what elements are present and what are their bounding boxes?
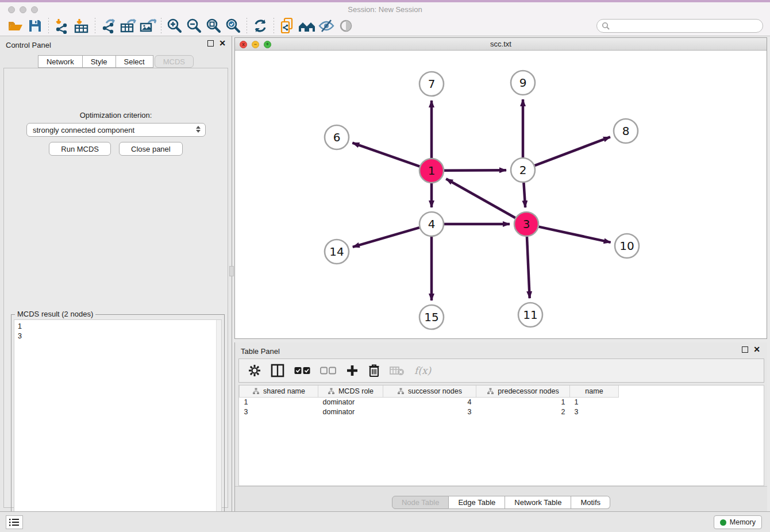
save-session-icon[interactable] xyxy=(25,17,45,34)
control-tab-style[interactable]: Style xyxy=(83,55,116,68)
cell-successor-nodes[interactable]: 4 xyxy=(383,397,476,407)
column-header-successor-nodes[interactable]: successor nodes xyxy=(383,385,476,397)
apply-layout-icon[interactable] xyxy=(251,17,270,34)
table-settings-gear-icon[interactable] xyxy=(248,364,261,377)
edge-3-11[interactable] xyxy=(527,237,530,298)
table-tabs: Node TableEdge TableNetwork TableMotifs xyxy=(235,496,767,509)
node-label-6: 6 xyxy=(333,130,341,144)
zoom-fit-icon[interactable] xyxy=(204,17,224,34)
node-label-7: 7 xyxy=(428,77,436,91)
app-title: Session: New Session xyxy=(0,5,770,14)
function-builder-icon[interactable]: f(x) xyxy=(414,365,431,376)
control-panel-header: Control Panel ✕ xyxy=(0,36,232,51)
cell-shared-name[interactable]: 3 xyxy=(240,407,318,417)
delete-table-icon[interactable] xyxy=(390,365,405,376)
zoom-out-icon[interactable] xyxy=(184,17,204,34)
network-file-icon[interactable] xyxy=(278,17,297,34)
network-canvas[interactable]: 7968124314101511 xyxy=(235,51,767,338)
search-box[interactable] xyxy=(596,19,763,33)
create-column-icon[interactable] xyxy=(346,364,359,377)
table-panel-header: Table Panel ✕ xyxy=(235,342,767,357)
attribute-type-icon xyxy=(328,388,335,395)
show-column-panel-icon[interactable] xyxy=(271,364,284,377)
cell-MCDS-role[interactable]: dominator xyxy=(318,407,383,417)
toolbar-separator xyxy=(161,18,161,34)
zoom-selected-icon[interactable] xyxy=(224,17,243,34)
cell-successor-nodes[interactable]: 3 xyxy=(383,407,476,417)
zoom-in-icon[interactable] xyxy=(165,17,184,34)
column-header-predecessor-nodes[interactable]: predecessor nodes xyxy=(476,385,570,397)
cell-name[interactable]: 3 xyxy=(570,407,619,417)
table-tab-edge-table[interactable]: Edge Table xyxy=(449,496,505,509)
edge-3-10[interactable] xyxy=(538,227,610,242)
task-history-button[interactable] xyxy=(6,515,23,529)
result-scrollbar[interactable] xyxy=(216,320,221,529)
hide-graphics-details-icon[interactable] xyxy=(317,17,336,34)
control-tab-network[interactable]: Network xyxy=(38,55,83,68)
table-toolbar: f(x) xyxy=(238,358,764,383)
column-header-MCDS-role[interactable]: MCDS role xyxy=(318,385,383,397)
run-mcds-button[interactable]: Run MCDS xyxy=(49,142,111,156)
edge-1-2[interactable] xyxy=(444,170,506,171)
node-label-10: 10 xyxy=(619,239,634,253)
control-tab-mcds[interactable]: MCDS xyxy=(155,55,194,68)
network-view-window: x − + scc.txt 7968124314101511 xyxy=(234,37,767,339)
cell-name[interactable]: 1 xyxy=(570,397,619,407)
table-row[interactable]: 1dominator411 xyxy=(240,397,619,407)
edge-4-14[interactable] xyxy=(353,228,419,247)
node-label-8: 8 xyxy=(622,124,630,138)
close-table-panel-icon[interactable]: ✕ xyxy=(753,346,760,353)
edge-2-8[interactable] xyxy=(535,137,610,165)
float-panel-icon[interactable] xyxy=(207,40,214,47)
mcds-result-title: MCDS result (2 nodes) xyxy=(15,310,95,318)
close-panel-button[interactable]: Close panel xyxy=(119,142,183,156)
network-window-titlebar[interactable]: x − + scc.txt xyxy=(235,38,767,51)
control-tab-select[interactable]: Select xyxy=(116,55,153,68)
select-chevrons-icon xyxy=(196,126,201,133)
cell-MCDS-role[interactable]: dominator xyxy=(318,397,383,407)
select-all-columns-icon[interactable] xyxy=(294,367,310,375)
table-panel-title: Table Panel xyxy=(241,347,280,356)
export-network-icon[interactable] xyxy=(99,17,118,34)
delete-column-icon[interactable] xyxy=(368,364,380,377)
edge-2-3[interactable] xyxy=(523,183,525,207)
close-panel-icon[interactable]: ✕ xyxy=(219,40,226,47)
float-table-panel-icon[interactable] xyxy=(742,346,748,353)
task-list-icon xyxy=(9,518,20,526)
table-tabs-strip: Node TableEdge TableNetwork TableMotifs xyxy=(235,486,767,511)
edge-3-1[interactable] xyxy=(446,179,515,218)
cell-predecessor-nodes[interactable]: 2 xyxy=(476,407,570,417)
export-table-icon[interactable] xyxy=(118,17,138,34)
column-header-shared-name[interactable]: shared name xyxy=(240,385,318,397)
search-input[interactable] xyxy=(610,20,763,32)
optimization-criterion-label: Optimization criterion: xyxy=(4,111,228,119)
panel-splitter-grip[interactable] xyxy=(229,266,234,276)
toolbar-separator xyxy=(247,18,247,34)
attribute-type-icon xyxy=(252,388,260,395)
table-panel: Table Panel ✕ xyxy=(234,342,767,511)
optimization-criterion-select[interactable]: strongly connected component xyxy=(26,123,206,137)
import-table-icon[interactable] xyxy=(72,17,91,34)
table-tab-motifs[interactable]: Motifs xyxy=(571,496,610,509)
cell-shared-name[interactable]: 1 xyxy=(240,397,318,407)
table-row[interactable]: 3dominator323 xyxy=(240,407,619,417)
node-label-11: 11 xyxy=(523,308,537,322)
column-header-name[interactable]: name xyxy=(570,385,619,397)
mcds-result-group: MCDS result (2 nodes) 1 3 xyxy=(11,314,225,532)
open-session-icon[interactable] xyxy=(6,17,25,34)
node-label-1: 1 xyxy=(428,164,436,178)
node-table[interactable]: shared nameMCDS rolesuccessor nodesprede… xyxy=(239,385,619,417)
table-tab-node-table[interactable]: Node Table xyxy=(392,496,449,509)
deselect-all-columns-icon[interactable] xyxy=(320,367,336,375)
table-tab-network-table[interactable]: Network Table xyxy=(505,496,571,509)
mcds-result-textarea[interactable]: 1 3 xyxy=(14,319,222,530)
first-neighbors-icon[interactable] xyxy=(297,17,317,34)
memory-button[interactable]: Memory xyxy=(714,515,762,529)
cell-predecessor-nodes[interactable]: 1 xyxy=(476,397,570,407)
edge-1-6[interactable] xyxy=(352,143,419,167)
import-network-icon[interactable] xyxy=(52,17,72,34)
show-graphics-details-icon[interactable] xyxy=(336,17,356,34)
export-image-icon[interactable] xyxy=(138,17,157,34)
memory-label: Memory xyxy=(730,518,756,526)
column-label: successor nodes xyxy=(408,387,462,395)
